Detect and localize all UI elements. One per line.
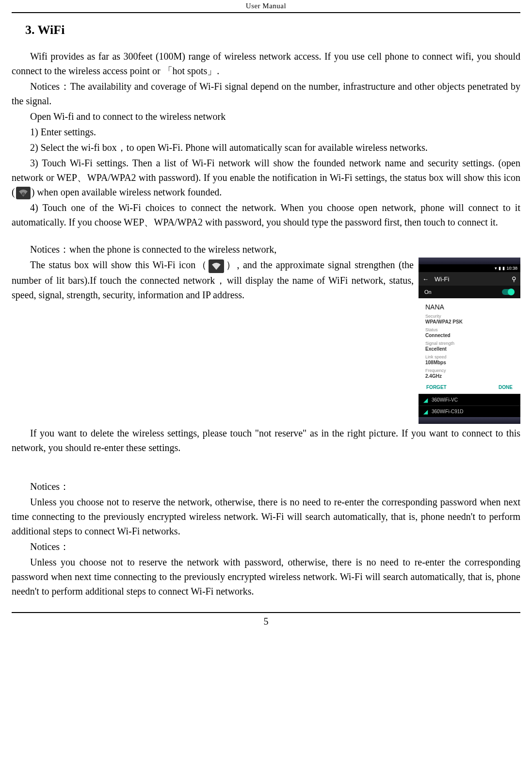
paragraph-notice-2: Notices：when the phone is connected to t… [12, 242, 520, 257]
network-row-1[interactable]: ◢ 360WiFi-VC [419, 394, 520, 405]
svg-text:?: ? [23, 193, 24, 195]
step-3-text-b: ) when open available wireless network f… [32, 187, 222, 197]
page-header: User Manual [12, 0, 520, 13]
freq-value: 2.4GHz [425, 373, 514, 379]
step-3: 3) Touch Wi-Fi settings. Then a list of … [12, 156, 520, 199]
wifi-connected-icon [209, 259, 224, 273]
paragraph-reserve-2: Unless you choose not to reserve the net… [12, 555, 520, 598]
notices-heading-2: Notices： [12, 539, 520, 554]
wifi-on-label: On [424, 289, 432, 295]
section-heading: 3. WiFi [25, 23, 520, 37]
done-button[interactable]: DONE [499, 385, 513, 390]
wifi-toggle-row: On [419, 286, 520, 298]
signal-label: Signal strength [425, 341, 514, 346]
paragraph-reserve-1: Unless you choose not to reserve the net… [12, 495, 520, 538]
wifi-open-network-icon: ? [16, 187, 31, 199]
network-detail-dialog: NANA Security WPA/WPA2 PSK Status Connec… [419, 298, 520, 394]
dialog-network-name: NANA [425, 303, 514, 311]
wifi-screen-title: Wi-Fi [435, 275, 449, 283]
signal-icon: ▮ [499, 266, 501, 271]
status-time: 10:38 [506, 266, 517, 271]
wifi-status-icon: ▾ [495, 266, 497, 271]
phone-screenshot: ▾ ▮ ▮ 10:38 ← Wi-Fi ⚲ On NANA Security W… [419, 258, 520, 424]
step-1: 1) Enter settings. [12, 125, 520, 139]
speed-value: 108Mbps [425, 360, 514, 365]
network-row-2[interactable]: ◢ 360WiFi-C91D [419, 405, 520, 417]
paragraph-open-wifi: Open Wi-fi and to connect to the wireles… [12, 109, 520, 124]
status-icon-text-a: The status box will show this Wi-Fi icon… [30, 259, 208, 270]
paragraph-delete-settings: If you want to delete the wireless setti… [12, 426, 520, 455]
step-2: 2) Select the wi-fi box，to open Wi-Fi. P… [12, 140, 520, 155]
speed-label: Link speed [425, 355, 514, 359]
notices-heading-1: Notices： [12, 479, 520, 494]
paragraph-notice-1: Notices：The availability and coverage of… [12, 79, 520, 108]
battery-icon: ▮ [502, 266, 505, 271]
page-footer: 5 [12, 612, 520, 633]
page-content: 3. WiFi Wifi provides as far as 300feet … [12, 13, 520, 598]
wifi-toggle-switch[interactable] [502, 289, 515, 295]
forget-button[interactable]: FORGET [426, 385, 447, 390]
phone-title-bar: ← Wi-Fi ⚲ [419, 272, 520, 286]
back-arrow-icon[interactable]: ← [422, 275, 429, 283]
signal-value: Excellent [425, 346, 514, 352]
status-value: Connected [425, 333, 514, 338]
step-4: 4) Touch one of the Wi-Fi choices to con… [12, 200, 520, 229]
wifi-signal-icon: ◢ [423, 397, 428, 404]
security-label: Security [425, 314, 514, 319]
freq-label: Frequency [425, 368, 514, 373]
phone-status-bar: ▾ ▮ ▮ 10:38 [419, 264, 520, 272]
status-label: Status [425, 327, 514, 332]
paragraph-intro: Wifi provides as far as 300feet (100M) r… [12, 49, 520, 78]
security-value: WPA/WPA2 PSK [425, 319, 514, 324]
network-1-name: 360WiFi-VC [432, 397, 458, 403]
page-number: 5 [264, 616, 269, 627]
wifi-signal-icon: ◢ [423, 408, 428, 415]
network-2-name: 360WiFi-C91D [432, 409, 464, 414]
search-icon[interactable]: ⚲ [512, 275, 516, 283]
